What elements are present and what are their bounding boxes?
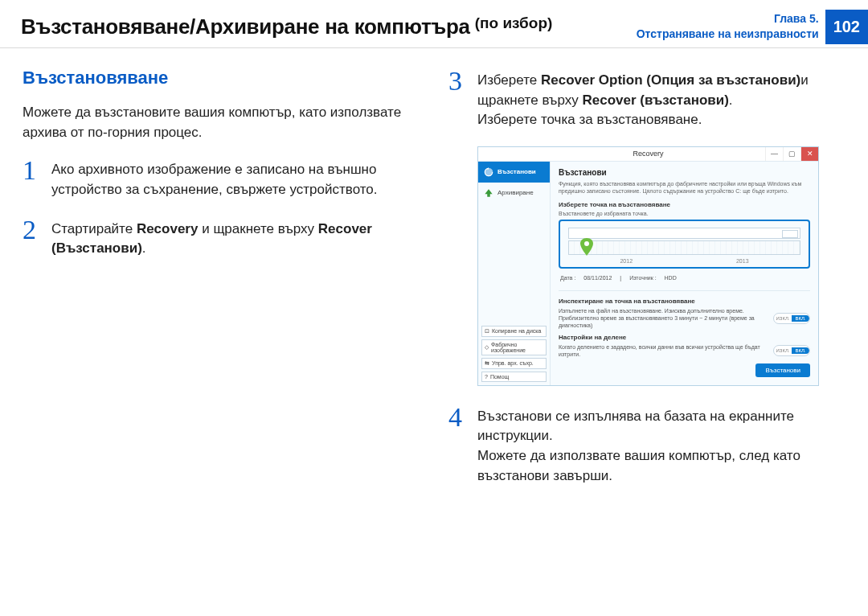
- toggle-partition[interactable]: ИЗКЛ. ВКЛ.: [773, 345, 810, 356]
- chapter-line1: Глава 5.: [637, 11, 819, 27]
- step-2: 2 Стартирайте Recovery и щракнете върху …: [23, 216, 420, 259]
- option-row-inspect: Изпълнете на файл на възстановяване. Изи…: [559, 307, 810, 329]
- restore-meta: Дата : 08/11/2012 | Източник : HDD: [559, 272, 810, 285]
- sidebar-btn-manage[interactable]: ⇆Упрв. арх. съхр.: [481, 358, 547, 369]
- recovery-heading: Възстанови: [559, 168, 810, 177]
- chapter-line2: Отстраняване на неизправности: [637, 27, 819, 42]
- step-number: 4: [448, 404, 466, 431]
- section-subtitle: Възстановете до избраната точка.: [559, 211, 810, 216]
- step-number: 2: [23, 216, 40, 244]
- section-title-inspect: Инспектиране на точка на възстановяване: [559, 298, 810, 305]
- archive-icon: [483, 187, 494, 199]
- timeline-track[interactable]: [568, 240, 800, 255]
- close-button[interactable]: ✕: [800, 147, 818, 161]
- step-4: 4 Възстанови се изпълнява на базата на е…: [448, 404, 845, 487]
- sidebar-item-recover[interactable]: Възстанови: [478, 162, 550, 183]
- content: Възстановяване Можете да възстановите ва…: [0, 48, 868, 502]
- window-title: Recovery: [633, 150, 663, 158]
- section-title-partition: Настройки на делене: [559, 334, 810, 341]
- option-row-partition: Когато делението е зададено, всички данн…: [559, 343, 810, 358]
- step-number: 1: [23, 157, 40, 184]
- sidebar-btn-factory[interactable]: ◇Фабрично изображение: [481, 339, 547, 355]
- year-label: 2013: [736, 258, 749, 264]
- step-text: Възстанови се изпълнява на базата на екр…: [477, 404, 845, 487]
- page-header: Възстановяване/Архивиране на компютъра (…: [0, 0, 868, 48]
- section-heading: Възстановяване: [23, 68, 420, 88]
- svg-point-1: [584, 241, 589, 246]
- step-text: Стартирайте Recovery и щракнете върху Re…: [51, 216, 420, 259]
- page-title: Възстановяване/Архивиране на компютъра: [21, 14, 470, 39]
- date-input[interactable]: [568, 228, 800, 239]
- maximize-button[interactable]: ▢: [783, 147, 800, 161]
- right-column: 3 Изберете Recover Option (Опция за възс…: [448, 68, 845, 502]
- section-title-point: Изберете точка на възстановяване: [559, 201, 810, 208]
- recovery-main: Възстанови Функция, която възстановява к…: [551, 162, 818, 385]
- sidebar-btn-copy[interactable]: ⊡Копиране на диска: [481, 326, 547, 337]
- intro-text: Можете да възстановите вашия компютър, к…: [23, 103, 420, 142]
- minimize-button[interactable]: —: [765, 147, 783, 161]
- meta-date-label: Дата :: [560, 275, 575, 281]
- option-text: Изпълнете на файл на възстановяване. Изи…: [559, 307, 767, 329]
- meta-source-label: Източник :: [629, 275, 656, 281]
- step-3: 3 Изберете Recover Option (Опция за възс…: [448, 68, 845, 130]
- recovery-description: Функция, която възстановява компютъра до…: [559, 180, 810, 195]
- window-controls: — ▢ ✕: [765, 147, 818, 161]
- toggle-inspect[interactable]: ИЗКЛ. ВКЛ.: [773, 313, 810, 324]
- step-1: 1 Ако архивното изображение е записано н…: [23, 157, 420, 199]
- meta-source-value: HDD: [665, 275, 677, 281]
- step-text: Изберете Recover Option (Опция за възста…: [477, 68, 845, 130]
- recover-button[interactable]: Възстанови: [755, 363, 810, 377]
- window-titlebar: Recovery — ▢ ✕: [478, 147, 818, 162]
- sidebar: Възстанови Архивиране ⊡Копиране на диска…: [478, 162, 551, 385]
- left-column: Възстановяване Можете да възстановите ва…: [23, 68, 420, 502]
- chapter-block: Глава 5. Отстраняване на неизправности: [637, 11, 819, 42]
- sidebar-btn-help[interactable]: ?Помощ: [481, 372, 547, 382]
- step-text: Ако архивното изображение е записано на …: [51, 157, 420, 199]
- manage-icon: ⇆: [485, 360, 489, 367]
- sidebar-item-label: Архивиране: [497, 189, 534, 196]
- timeline-panel: 2012 2013: [559, 220, 810, 269]
- sidebar-item-archive[interactable]: Архивиране: [478, 183, 550, 203]
- sidebar-item-label: Възстанови: [497, 168, 536, 175]
- timeline-years: 2012 2013: [568, 258, 800, 264]
- option-text: Когато делението е зададено, всички данн…: [559, 343, 767, 358]
- header-right: Глава 5. Отстраняване на неизправности 1…: [637, 10, 868, 44]
- image-icon: ◇: [485, 344, 489, 351]
- step-number: 3: [448, 68, 466, 95]
- page-subtitle: (по избор): [475, 14, 553, 32]
- meta-date-value: 08/11/2012: [583, 275, 612, 281]
- recover-icon: [483, 166, 494, 178]
- disk-icon: ⊡: [485, 328, 489, 335]
- page-number: 102: [825, 10, 868, 44]
- year-label: 2012: [620, 258, 633, 264]
- recovery-screenshot: Recovery — ▢ ✕ Възстанови: [477, 146, 819, 386]
- help-icon: ?: [485, 374, 488, 380]
